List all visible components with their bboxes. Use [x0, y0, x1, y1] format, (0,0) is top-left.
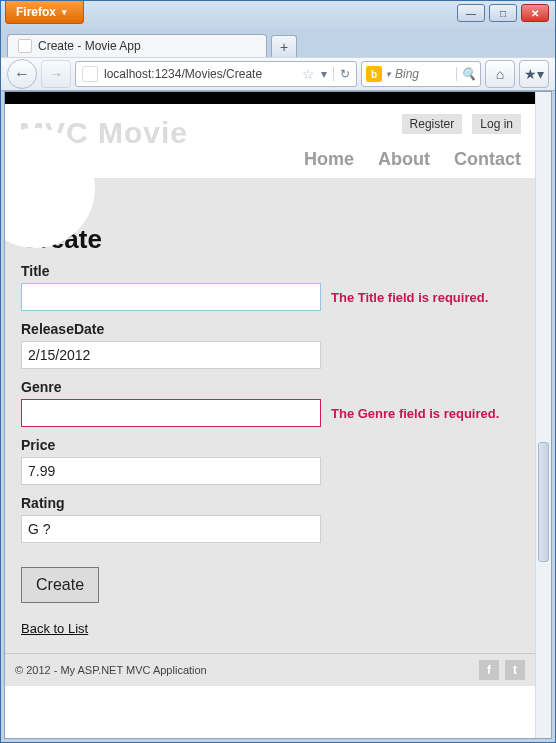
- input-releasedate[interactable]: [21, 341, 321, 369]
- nav-contact[interactable]: Contact: [454, 149, 521, 170]
- main-nav: Home About Contact: [304, 149, 521, 170]
- register-link[interactable]: Register: [402, 114, 463, 134]
- label-title: Title: [21, 263, 519, 279]
- browser-toolbar: ← → localhost:1234/Movies/Create ☆ ▾ ↻ b…: [1, 57, 555, 91]
- new-tab-button[interactable]: +: [271, 35, 297, 57]
- input-title[interactable]: [21, 283, 321, 311]
- label-releasedate: ReleaseDate: [21, 321, 519, 337]
- minimize-button[interactable]: —: [457, 4, 485, 22]
- page-content: MVC Movie Register Log in Home About Con…: [5, 92, 535, 738]
- close-button[interactable]: ✕: [521, 4, 549, 22]
- field-rating: Rating: [21, 495, 519, 543]
- vertical-scrollbar[interactable]: [535, 92, 551, 738]
- search-engine-caret-icon[interactable]: ▾: [386, 69, 391, 79]
- address-bar[interactable]: localhost:1234/Movies/Create ☆ ▾ ↻: [75, 61, 357, 87]
- home-button[interactable]: ⌂: [485, 60, 515, 88]
- back-to-list-link[interactable]: Back to List: [21, 621, 88, 636]
- page-title: Create: [21, 224, 519, 255]
- nav-about[interactable]: About: [378, 149, 430, 170]
- page-favicon-icon: [18, 39, 32, 53]
- label-rating: Rating: [21, 495, 519, 511]
- search-placeholder: Bing: [395, 67, 452, 81]
- maximize-button[interactable]: □: [489, 4, 517, 22]
- window-controls: — □ ✕: [457, 4, 549, 22]
- dropdown-caret-icon[interactable]: ▾: [321, 67, 327, 81]
- input-genre[interactable]: [21, 399, 321, 427]
- forward-button[interactable]: →: [41, 60, 71, 88]
- field-genre: Genre The Genre field is required.: [21, 379, 519, 427]
- firefox-menu-label: Firefox: [16, 5, 56, 19]
- field-releasedate: ReleaseDate: [21, 321, 519, 369]
- tab-strip: Create - Movie App +: [1, 29, 555, 57]
- input-rating[interactable]: [21, 515, 321, 543]
- social-links: f t: [479, 660, 525, 680]
- scrollbar-thumb[interactable]: [538, 442, 549, 562]
- create-button[interactable]: Create: [21, 567, 99, 603]
- field-title: Title The Title field is required.: [21, 263, 519, 311]
- error-title: The Title field is required.: [331, 290, 488, 305]
- input-price[interactable]: [21, 457, 321, 485]
- twitter-icon[interactable]: t: [505, 660, 525, 680]
- browser-tab-active[interactable]: Create - Movie App: [7, 34, 267, 57]
- nav-home[interactable]: Home: [304, 149, 354, 170]
- url-text: localhost:1234/Movies/Create: [104, 67, 296, 81]
- site-footer: © 2012 - My ASP.NET MVC Application f t: [5, 653, 535, 686]
- login-link[interactable]: Log in: [472, 114, 521, 134]
- main-content: Create Title The Title field is required…: [5, 178, 535, 653]
- tab-title: Create - Movie App: [38, 39, 141, 53]
- viewport: MVC Movie Register Log in Home About Con…: [4, 91, 552, 739]
- back-button[interactable]: ←: [7, 59, 37, 89]
- bing-icon: b: [366, 66, 382, 82]
- search-box[interactable]: b ▾ Bing 🔍: [361, 61, 481, 87]
- site-header: MVC Movie Register Log in Home About Con…: [5, 104, 535, 178]
- label-price: Price: [21, 437, 519, 453]
- label-genre: Genre: [21, 379, 519, 395]
- site-identity-icon: [82, 66, 98, 82]
- error-genre: The Genre field is required.: [331, 406, 499, 421]
- field-price: Price: [21, 437, 519, 485]
- browser-titlebar: Firefox ▾ — □ ✕: [1, 1, 555, 29]
- firefox-menu-button[interactable]: Firefox ▾: [5, 1, 84, 24]
- reload-button[interactable]: ↻: [333, 67, 350, 81]
- top-black-bar: [5, 92, 535, 104]
- caret-down-icon: ▾: [62, 7, 67, 17]
- bookmark-star-icon[interactable]: ☆: [302, 66, 315, 82]
- bookmarks-button[interactable]: ★▾: [519, 60, 549, 88]
- footer-text: © 2012 - My ASP.NET MVC Application: [15, 664, 207, 676]
- facebook-icon[interactable]: f: [479, 660, 499, 680]
- search-go-button[interactable]: 🔍: [456, 67, 476, 81]
- account-links: Register Log in: [402, 114, 521, 134]
